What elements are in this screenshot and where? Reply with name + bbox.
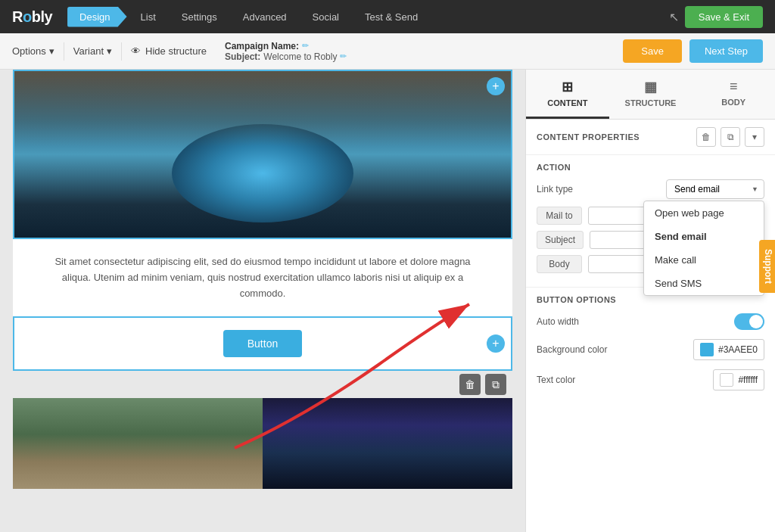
auto-width-label: Auto width [537, 316, 579, 327]
toolbar: Options ▾ Variant ▾ 👁 Hide structure Cam… [0, 33, 775, 70]
bg-color-label: Background color [537, 344, 607, 355]
button-options-title: BUTTON OPTIONS [537, 295, 764, 304]
action-section: ACTION Link type Send email Open web pag… [526, 155, 775, 288]
house-image [13, 398, 263, 489]
campaign-name-edit-icon[interactable]: ✏ [302, 41, 309, 51]
structure-tab-icon: ▦ [644, 79, 657, 95]
link-type-label: Link type [537, 184, 573, 194]
eye-icon: 👁 [131, 45, 141, 57]
text-color-row: Text color #ffffff [537, 369, 764, 390]
campaign-info: Campaign Name: ✏ Subject: Welcome to Rob… [219, 41, 611, 62]
subject-edit-icon[interactable]: ✏ [340, 51, 347, 61]
next-step-button[interactable]: Next Step [689, 39, 763, 63]
support-tab[interactable]: Support [759, 240, 775, 293]
campaign-subject-row: Subject: Welcome to Robly ✏ [225, 51, 611, 62]
canvas-wrapper: + Sit amet consectetur adipiscing elit, … [0, 70, 525, 489]
delete-block-button[interactable]: 🗑 [459, 374, 481, 395]
hide-structure-button[interactable]: 👁 Hide structure [131, 45, 207, 57]
campaign-name-row: Campaign Name: ✏ [225, 41, 611, 51]
bg-color-swatch [700, 343, 714, 356]
images-row [13, 398, 512, 489]
nav-tabs: Design List Settings Advanced Social Tes… [67, 7, 669, 27]
text-color-label: Text color [537, 375, 575, 385]
subject-value: Welcome to Robly [263, 51, 337, 62]
text-color-hex: #ffffff [738, 375, 758, 385]
save-button[interactable]: Save [623, 39, 682, 63]
night-pool-image [263, 398, 512, 489]
section-actions: 🗑 ⧉ ▾ [696, 127, 764, 147]
option-send-sms[interactable]: Send SMS [644, 272, 764, 295]
subject-label: Subject: [225, 51, 260, 62]
campaign-name-label: Campaign Name: [225, 41, 299, 51]
text-color-picker[interactable]: #ffffff [713, 369, 764, 390]
options-dropdown[interactable]: Options ▾ [12, 45, 54, 57]
nav-tab-design[interactable]: Design [67, 7, 126, 27]
delete-section-button[interactable]: 🗑 [696, 127, 716, 147]
body-tab-icon: ≡ [730, 79, 738, 95]
nav-tab-settings[interactable]: Settings [170, 7, 229, 27]
nav-tab-social[interactable]: Social [300, 7, 351, 27]
add-block-right-button[interactable]: + [487, 334, 505, 353]
block-actions-bar: 🗑 ⧉ [13, 371, 512, 398]
bg-color-hex: #3AAEE0 [718, 344, 758, 355]
subject-field-label: Subject [537, 231, 584, 249]
divider-2 [121, 42, 122, 61]
toolbar-left: Options ▾ Variant ▾ 👁 Hide structure [12, 42, 207, 61]
duplicate-block-button[interactable]: ⧉ [485, 374, 506, 395]
toolbar-right: Save Next Step [623, 39, 763, 63]
panel-tabs: ⊞ CONTENT ▦ STRUCTURE ≡ BODY [526, 70, 775, 120]
collapse-section-button[interactable]: ▾ [745, 127, 764, 147]
bg-color-picker[interactable]: #3AAEE0 [693, 339, 764, 360]
text-block: Sit amet consectetur adipiscing elit, se… [13, 239, 512, 316]
save-exit-button[interactable]: Save & Exit [685, 6, 763, 28]
content-properties-header: CONTENT PROPERTIES 🗑 ⧉ ▾ [526, 120, 775, 155]
main-content: + Sit amet consectetur adipiscing elit, … [0, 70, 775, 532]
action-section-title: ACTION [537, 163, 764, 172]
option-send-email[interactable]: Send email [644, 225, 764, 248]
nav-tab-list[interactable]: List [129, 7, 168, 27]
tab-content[interactable]: ⊞ CONTENT [526, 70, 609, 119]
panel-body: CONTENT PROPERTIES 🗑 ⧉ ▾ ACTION Link typ… [526, 120, 775, 532]
button-options-section: BUTTON OPTIONS Auto width Background col… [526, 288, 775, 407]
canvas-area: + Sit amet consectetur adipiscing elit, … [0, 70, 525, 532]
right-panel: ⊞ CONTENT ▦ STRUCTURE ≡ BODY CONTENT PRO… [525, 70, 775, 532]
body-text: Sit amet consectetur adipiscing elit, se… [43, 254, 482, 301]
nav-tab-test-send[interactable]: Test & Send [353, 7, 430, 27]
nav-tab-advanced[interactable]: Advanced [231, 7, 299, 27]
link-type-row: Link type Send email Open web page Make … [537, 179, 764, 199]
bg-color-row: Background color #3AAEE0 [537, 339, 764, 360]
top-navigation: Robly Design List Settings Advanced Soci… [0, 0, 775, 33]
pool-image [14, 71, 511, 238]
tab-body[interactable]: ≡ BODY [692, 70, 775, 119]
link-type-select-wrapper: Send email Open web page Make call Send … [666, 179, 764, 199]
options-chevron-icon: ▾ [49, 45, 54, 57]
option-open-web-page[interactable]: Open web page [644, 201, 764, 225]
auto-width-row: Auto width [537, 313, 764, 330]
body-field-label: Body [537, 255, 582, 273]
image-block: + [13, 70, 512, 239]
mail-to-label: Mail to [537, 207, 582, 225]
button-block: Button + [13, 316, 512, 371]
link-type-select[interactable]: Send email Open web page Make call Send … [666, 179, 764, 199]
content-properties-title: CONTENT PROPERTIES [537, 132, 640, 142]
divider-1 [64, 42, 64, 61]
option-make-call[interactable]: Make call [644, 248, 764, 272]
add-block-top-button[interactable]: + [487, 77, 505, 95]
auto-width-toggle[interactable] [734, 313, 764, 330]
logo: Robly [12, 8, 52, 26]
copy-section-button[interactable]: ⧉ [721, 127, 740, 147]
text-color-swatch [720, 373, 733, 387]
link-type-dropdown-menu: Open web page Send email Make call Send … [643, 201, 764, 296]
email-canvas: + Sit amet consectetur adipiscing elit, … [13, 70, 512, 489]
variant-chevron-icon: ▾ [107, 45, 112, 57]
cursor-icon: ↖ [669, 10, 679, 24]
content-tab-icon: ⊞ [562, 79, 573, 95]
tab-structure[interactable]: ▦ STRUCTURE [609, 70, 693, 119]
email-cta-button[interactable]: Button [223, 330, 302, 357]
variant-dropdown[interactable]: Variant ▾ [73, 45, 112, 57]
